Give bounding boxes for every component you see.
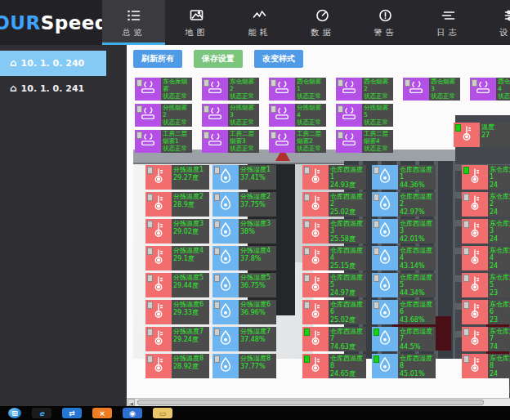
tile-checkbox[interactable]: [147, 167, 153, 174]
smoke-detector-tile[interactable]: 工房二层烟雾4状态正常: [336, 130, 393, 153]
teamviewer-icon[interactable]: ⇄: [62, 408, 82, 418]
scroll-left-arrow[interactable]: ◄: [128, 399, 135, 406]
tile-checkbox[interactable]: [147, 328, 153, 336]
tile-checkbox[interactable]: [271, 132, 276, 139]
temperature-sensor-tile[interactable]: 分拣温度629.33度: [145, 300, 209, 324]
tile-checkbox[interactable]: [271, 105, 276, 113]
tile-checkbox[interactable]: [463, 302, 469, 309]
humidity-sensor-tile[interactable]: 分拣湿度536.75%: [212, 273, 276, 297]
temperature-sensor-tile[interactable]: 仓库西温度425.15度: [302, 246, 366, 270]
smoke-detector-tile[interactable]: 东仓烟雾2状态正常: [202, 78, 259, 101]
humidity-sensor-tile[interactable]: 仓库西湿度242.97%: [372, 192, 436, 217]
temperature-sensor-tile[interactable]: 分拣温度429.1度: [145, 246, 209, 270]
tile-checkbox[interactable]: [214, 194, 220, 201]
tile-checkbox[interactable]: [304, 221, 310, 228]
humidity-sensor-tile[interactable]: 分拣湿度437.8%: [212, 246, 276, 270]
xampp-icon[interactable]: ×: [92, 408, 112, 418]
tile-checkbox[interactable]: [405, 79, 410, 87]
smoke-detector-tile[interactable]: 分拣烟雾5状态正常: [336, 104, 393, 127]
sidebar-item-10-1-0-241[interactable]: ⌂10. 1. 0. 241: [0, 76, 106, 101]
tab-overview[interactable]: 总览: [102, 0, 165, 45]
tile-checkbox[interactable]: [304, 275, 310, 282]
tile-checkbox[interactable]: [147, 194, 153, 201]
tab-settings[interactable]: 设置: [480, 0, 510, 45]
change-style-button[interactable]: 改变样式: [254, 50, 303, 68]
temperature-sensor-tile[interactable]: 分拣温度329.02度: [145, 219, 209, 244]
tile-checkbox[interactable]: [374, 328, 379, 336]
temperature-sensor-tile[interactable]: 东仓库温度424: [462, 246, 510, 270]
smoke-detector-tile[interactable]: 西仓烟雾2状态正常: [336, 78, 393, 101]
temperature-sensor-tile[interactable]: 东仓库温度124: [462, 165, 510, 190]
horizontal-scrollbar[interactable]: ◄: [127, 398, 510, 406]
temperature-sensor-tile[interactable]: 分拣温度529.44度: [145, 273, 209, 297]
tile-checkbox[interactable]: [338, 132, 343, 139]
temperature-sensor-tile[interactable]: 分拣温度828.92度: [145, 354, 209, 378]
tile-checkbox[interactable]: [136, 105, 142, 113]
tile-checkbox[interactable]: [136, 132, 142, 139]
tile-checkbox[interactable]: [304, 302, 310, 309]
temperature-sensor-tile[interactable]: 仓库西温度824.65度: [302, 354, 366, 378]
temperature-sensor-tile[interactable]: 分拣温度129.27度: [145, 165, 209, 190]
temperature-sensor-tile[interactable]: 东仓库温度774: [462, 327, 510, 351]
temperature-sensor-tile[interactable]: 仓库西温度524.97度: [302, 273, 366, 297]
ie-browser-icon[interactable]: e: [32, 408, 51, 418]
smoke-detector-tile[interactable]: 工房二层烟雾2状态正常: [269, 130, 326, 153]
smoke-detector-tile[interactable]: 工房二层烟雾3状态正常: [202, 130, 259, 153]
temperature-sensor-tile[interactable]: 东仓库温度523: [462, 273, 510, 297]
temperature-sensor-tile[interactable]: 东仓库温度824: [462, 354, 510, 378]
tile-checkbox[interactable]: [204, 132, 209, 139]
tile-checkbox[interactable]: [463, 167, 469, 174]
tile-checkbox[interactable]: [147, 248, 153, 255]
temperature-sensor-tile[interactable]: 东仓库温度224: [462, 192, 510, 217]
scrollbar-thumb[interactable]: [137, 400, 484, 405]
tile-checkbox[interactable]: [455, 124, 461, 132]
tile-checkbox[interactable]: [204, 105, 209, 113]
temperature-sensor-tile[interactable]: 仓库西温度625.02度: [302, 300, 366, 324]
smoke-detector-tile[interactable]: 东仓库烟雾状态正常: [135, 78, 192, 101]
humidity-sensor-tile[interactable]: 仓库西湿度443.14%: [372, 246, 436, 270]
humidity-sensor-tile[interactable]: 仓库西湿度845.01%: [372, 354, 436, 378]
humidity-sensor-tile[interactable]: 仓库西湿度744.5%: [372, 327, 436, 351]
smoke-detector-tile[interactable]: 分拣烟雾3状态正常: [202, 104, 259, 127]
tile-checkbox[interactable]: [338, 105, 343, 113]
humidity-sensor-tile[interactable]: 仓库西湿度144.36%: [372, 165, 436, 190]
tile-checkbox[interactable]: [304, 194, 310, 201]
tile-checkbox[interactable]: [374, 355, 379, 363]
tile-checkbox[interactable]: [374, 275, 379, 282]
temperature-sensor-tile[interactable]: 仓库西温度774.63度: [302, 327, 366, 351]
temperature-sensor-tile[interactable]: 仓库西温度225.02度: [302, 192, 366, 217]
sidebar-item-10-1-0-240[interactable]: ⌂10. 1. 0. 240: [0, 51, 106, 76]
humidity-sensor-tile[interactable]: 仓库西湿度544.34%: [372, 273, 436, 297]
tile-checkbox[interactable]: [214, 248, 220, 255]
tile-checkbox[interactable]: [463, 194, 469, 201]
tile-checkbox[interactable]: [338, 79, 343, 87]
tile-checkbox[interactable]: [147, 355, 153, 363]
tile-checkbox[interactable]: [374, 194, 379, 201]
refresh-all-button[interactable]: 刷新所有: [133, 50, 182, 68]
tab-logs[interactable]: 日志: [417, 0, 480, 45]
humidity-sensor-tile[interactable]: 分拣湿度636.96%: [212, 300, 276, 324]
tile-checkbox[interactable]: [472, 79, 477, 87]
smoke-detector-tile[interactable]: 分拣烟雾4状态正常: [269, 104, 326, 127]
tile-checkbox[interactable]: [463, 328, 469, 336]
tile-checkbox[interactable]: [214, 221, 220, 228]
tab-alerts[interactable]: 警告: [354, 0, 417, 45]
tile-checkbox[interactable]: [214, 167, 220, 174]
tile-checkbox[interactable]: [136, 79, 142, 87]
tile-checkbox[interactable]: [304, 248, 310, 255]
tile-checkbox[interactable]: [147, 221, 153, 228]
humidity-sensor-tile[interactable]: 分拣湿度137.41%: [212, 165, 276, 190]
smoke-detector-tile[interactable]: 分拣烟雾2状态正常: [135, 104, 192, 127]
tile-checkbox[interactable]: [214, 328, 220, 336]
temperature-sensor-tile[interactable]: 东仓库温度623: [462, 300, 510, 324]
smoke-detector-tile[interactable]: 西仓烟雾1状态正常: [269, 78, 326, 101]
tile-checkbox[interactable]: [304, 328, 310, 336]
tile-checkbox[interactable]: [463, 221, 469, 228]
tile-checkbox[interactable]: [204, 79, 209, 87]
tile-checkbox[interactable]: [271, 79, 276, 87]
tile-checkbox[interactable]: [214, 275, 220, 282]
security-shield-icon[interactable]: ◉: [123, 408, 142, 418]
save-settings-button[interactable]: 保存设置: [194, 50, 243, 68]
tile-checkbox[interactable]: [374, 167, 379, 174]
temperature-sensor-tile[interactable]: 温度27: [454, 123, 510, 147]
